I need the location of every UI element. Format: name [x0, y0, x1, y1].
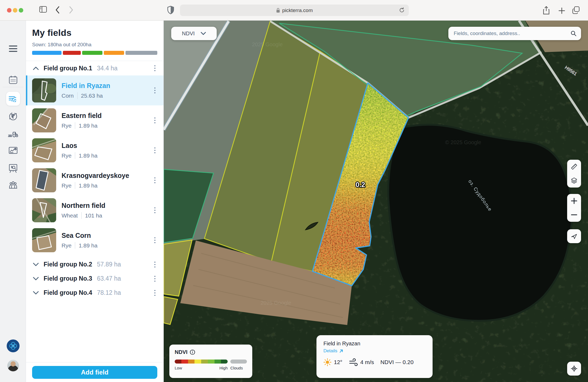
ndvi-color-ramp [175, 360, 228, 364]
field-area: 25.63 ha [81, 93, 103, 99]
zoom-out-button[interactable] [567, 208, 581, 222]
field-area: 1.89 ha [79, 152, 97, 159]
field-crop: Rye [62, 152, 71, 159]
crop-circle-icon [8, 111, 18, 122]
field-group-row-1[interactable]: Field group No.1 34.4 ha [26, 61, 163, 75]
legend-low-label: Low [175, 366, 182, 370]
map-canvas[interactable]: 0.2 оз. Судоболье H9561 2025 Google © 20… [164, 21, 588, 382]
zoom-in-button[interactable] [567, 194, 581, 208]
legend-title: NDVI [175, 349, 188, 355]
sidebar-item-scouting[interactable] [0, 163, 26, 174]
field-menu-button[interactable] [153, 116, 157, 125]
avatar-image [7, 360, 19, 372]
compass-arrow-button[interactable] [567, 229, 581, 243]
group-area: 63.47 ha [97, 275, 121, 282]
reload-icon[interactable] [399, 7, 405, 15]
add-field-button[interactable]: Add field [32, 366, 157, 379]
clouds-swatch [230, 360, 247, 364]
locate-control [567, 362, 581, 376]
lock-icon [276, 8, 280, 13]
field-row-northern[interactable]: Northern field Wheat 101 ha [26, 195, 163, 225]
field-row-krasnogvardeyskoye[interactable]: Krasnogvardeyskoye Rye 1.89 ha [26, 165, 163, 195]
tractor-icon [7, 128, 19, 139]
group-menu-button[interactable] [153, 260, 157, 269]
field-row-eastern[interactable]: Eastern field Rye 1.89 ha [26, 105, 163, 135]
group-area: 34.4 ha [97, 65, 117, 72]
sidebar-item-reports[interactable] [0, 145, 26, 156]
field-row-laos[interactable]: Laos Rye 1.89 ha [26, 135, 163, 165]
map-search-box[interactable] [448, 27, 581, 40]
field-crop: Rye [62, 242, 71, 249]
fields-icon [8, 94, 18, 104]
field-group-row-4[interactable]: Field group No.4 78.12 ha [26, 286, 163, 300]
chevron-up-icon[interactable] [33, 67, 39, 70]
layer-selector-dropdown[interactable]: NDVI [171, 27, 217, 40]
group-menu-button[interactable] [153, 64, 157, 73]
field-group-row-3[interactable]: Field group No.3 63.47 ha [26, 272, 163, 286]
org-logo[interactable] [0, 339, 26, 352]
field-group-row-2[interactable]: Field group No.2 57.89 ha [26, 257, 163, 272]
minimize-window-button[interactable] [13, 8, 17, 13]
layers-button[interactable] [567, 174, 581, 188]
field-menu-button[interactable] [153, 176, 157, 185]
user-avatar[interactable] [0, 360, 26, 372]
chevron-down-icon[interactable] [33, 263, 39, 266]
search-input[interactable] [454, 30, 570, 36]
back-button[interactable] [55, 6, 60, 14]
details-link[interactable]: Details [323, 348, 426, 354]
field-menu-button[interactable] [153, 146, 157, 155]
sown-summary: Sown: 180ha out of 200ha [26, 38, 163, 48]
sidebar-item-crops[interactable] [0, 111, 26, 122]
search-icon[interactable] [570, 30, 577, 37]
sub-divider [75, 152, 75, 159]
group-menu-button[interactable] [153, 288, 157, 297]
tab-overview-icon[interactable] [572, 6, 580, 14]
field-name: Northern field [62, 202, 105, 209]
layers-icon [570, 177, 578, 184]
field-menu-button[interactable] [153, 86, 157, 95]
main-menu-button[interactable] [0, 45, 26, 53]
field-crop: Rye [62, 123, 71, 129]
group-label: Field group No.2 [44, 261, 92, 268]
ndvi-value-label: 0.2 [356, 181, 365, 189]
sidebar-item-machinery[interactable] [0, 128, 26, 139]
sown-progress [32, 51, 157, 55]
field-thumbnail [32, 108, 56, 132]
field-area: 1.89 ha [79, 182, 97, 189]
sidebar-item-calendar[interactable] [0, 75, 26, 85]
sidebar-toggle-icon[interactable] [39, 6, 47, 13]
url-text: pickterra.com [282, 7, 313, 13]
share-icon[interactable] [543, 6, 550, 15]
report-board-icon [8, 145, 18, 156]
close-window-button[interactable] [7, 8, 12, 13]
temperature-value: 12° [334, 359, 342, 365]
field-row-ryazan[interactable]: Field in Ryazan Corn 25.63 ha [26, 75, 163, 105]
group-label: Field group No.3 [44, 275, 92, 282]
new-tab-icon[interactable] [558, 7, 566, 14]
sidebar-item-fields-active[interactable] [0, 92, 26, 106]
field-menu-button[interactable] [153, 206, 157, 215]
zoom-window-button[interactable] [19, 8, 23, 13]
gps-locate-button[interactable] [567, 362, 581, 376]
sidebar-item-team[interactable] [0, 180, 26, 190]
group-menu-button[interactable] [153, 274, 157, 283]
map-watermark: © 2025 Google [445, 139, 481, 145]
info-icon[interactable] [190, 349, 195, 355]
forward-button[interactable] [68, 6, 74, 14]
chevron-down-icon [201, 32, 206, 35]
chevron-down-icon[interactable] [33, 277, 39, 280]
field-area: 101 ha [85, 212, 102, 219]
ndvi-legend: NDVI Low High Clouds [169, 345, 252, 378]
field-menu-button[interactable] [153, 236, 157, 245]
panel-footer: Add field [26, 362, 163, 382]
privacy-shield-icon[interactable] [167, 6, 174, 14]
active-tile [6, 92, 20, 106]
field-thumbnail [32, 168, 56, 192]
field-row-sea-corn[interactable]: Sea Corn Rye 1.89 ha [26, 225, 163, 255]
url-bar[interactable]: pickterra.com [180, 5, 409, 16]
zoom-controls [567, 194, 581, 222]
field-name: Krasnogvardeyskoye [62, 172, 129, 179]
sun-icon [323, 358, 331, 366]
measure-button[interactable] [567, 160, 581, 174]
chevron-down-icon[interactable] [33, 291, 39, 295]
